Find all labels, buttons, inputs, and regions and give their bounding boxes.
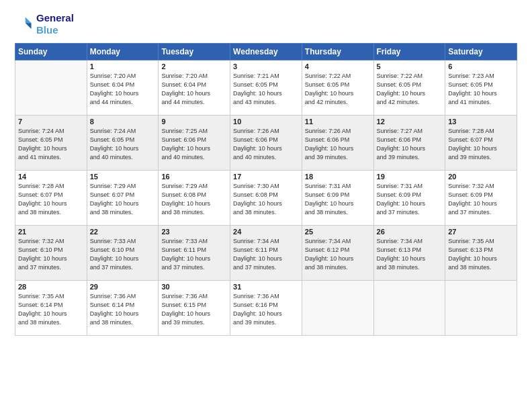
- day-number: 26: [377, 228, 443, 236]
- day-number: 8: [90, 118, 156, 126]
- day-cell: 27Sunrise: 7:35 AM Sunset: 6:13 PM Dayli…: [445, 226, 517, 281]
- day-detail: Sunrise: 7:23 AM Sunset: 6:05 PM Dayligh…: [448, 72, 514, 107]
- col-header-sunday: Sunday: [15, 44, 87, 60]
- day-detail: Sunrise: 7:36 AM Sunset: 6:15 PM Dayligh…: [161, 292, 227, 327]
- day-detail: Sunrise: 7:20 AM Sunset: 6:04 PM Dayligh…: [161, 72, 227, 107]
- logo-icon: [15, 15, 34, 34]
- day-number: 15: [90, 173, 156, 181]
- day-cell: 12Sunrise: 7:27 AM Sunset: 6:06 PM Dayli…: [373, 116, 445, 171]
- day-detail: Sunrise: 7:29 AM Sunset: 6:07 PM Dayligh…: [90, 182, 156, 217]
- day-number: 28: [18, 283, 84, 291]
- day-cell: 19Sunrise: 7:31 AM Sunset: 6:09 PM Dayli…: [373, 171, 445, 226]
- day-number: 5: [377, 62, 443, 71]
- day-cell: 9Sunrise: 7:25 AM Sunset: 6:06 PM Daylig…: [159, 116, 230, 171]
- day-cell: [373, 281, 445, 336]
- day-number: 1: [90, 62, 156, 71]
- day-number: 22: [90, 228, 156, 236]
- day-cell: 3Sunrise: 7:21 AM Sunset: 6:05 PM Daylig…: [230, 60, 302, 116]
- day-cell: 22Sunrise: 7:33 AM Sunset: 6:10 PM Dayli…: [87, 226, 159, 281]
- day-detail: Sunrise: 7:31 AM Sunset: 6:09 PM Dayligh…: [377, 182, 443, 217]
- day-number: 23: [161, 228, 227, 236]
- day-detail: Sunrise: 7:36 AM Sunset: 6:14 PM Dayligh…: [90, 292, 156, 327]
- day-number: 20: [448, 173, 514, 181]
- day-number: 13: [448, 118, 514, 126]
- day-cell: 7Sunrise: 7:24 AM Sunset: 6:05 PM Daylig…: [15, 116, 87, 171]
- day-number: 27: [448, 228, 514, 236]
- day-detail: Sunrise: 7:32 AM Sunset: 6:10 PM Dayligh…: [18, 237, 84, 272]
- day-number: 2: [161, 62, 227, 71]
- day-number: 12: [377, 118, 443, 126]
- day-detail: Sunrise: 7:34 AM Sunset: 6:11 PM Dayligh…: [233, 237, 299, 272]
- day-cell: 30Sunrise: 7:36 AM Sunset: 6:15 PM Dayli…: [159, 281, 230, 336]
- day-detail: Sunrise: 7:26 AM Sunset: 6:06 PM Dayligh…: [233, 127, 299, 162]
- day-number: 31: [233, 283, 299, 291]
- col-header-saturday: Saturday: [445, 44, 517, 60]
- col-header-friday: Friday: [373, 44, 445, 60]
- day-number: 24: [233, 228, 299, 236]
- day-number: 11: [305, 118, 371, 126]
- day-detail: Sunrise: 7:24 AM Sunset: 6:05 PM Dayligh…: [90, 127, 156, 162]
- day-detail: Sunrise: 7:29 AM Sunset: 6:08 PM Dayligh…: [161, 182, 227, 217]
- day-detail: Sunrise: 7:32 AM Sunset: 6:09 PM Dayligh…: [448, 182, 514, 217]
- day-number: 9: [161, 118, 227, 126]
- day-cell: 11Sunrise: 7:26 AM Sunset: 6:06 PM Dayli…: [302, 116, 373, 171]
- day-detail: Sunrise: 7:21 AM Sunset: 6:05 PM Dayligh…: [233, 72, 299, 107]
- week-row-3: 14Sunrise: 7:28 AM Sunset: 6:07 PM Dayli…: [15, 171, 517, 226]
- logo-text: General Blue: [36, 12, 74, 36]
- day-cell: 21Sunrise: 7:32 AM Sunset: 6:10 PM Dayli…: [15, 226, 87, 281]
- header-row: SundayMondayTuesdayWednesdayThursdayFrid…: [15, 44, 517, 60]
- day-cell: 15Sunrise: 7:29 AM Sunset: 6:07 PM Dayli…: [87, 171, 159, 226]
- day-number: 16: [161, 173, 227, 181]
- day-cell: 25Sunrise: 7:34 AM Sunset: 6:12 PM Dayli…: [302, 226, 373, 281]
- day-number: 30: [161, 283, 227, 291]
- svg-marker-1: [26, 23, 32, 29]
- day-cell: 5Sunrise: 7:22 AM Sunset: 6:05 PM Daylig…: [373, 60, 445, 116]
- week-row-4: 21Sunrise: 7:32 AM Sunset: 6:10 PM Dayli…: [15, 226, 517, 281]
- day-number: 21: [18, 228, 84, 236]
- day-detail: Sunrise: 7:22 AM Sunset: 6:05 PM Dayligh…: [305, 72, 371, 107]
- day-cell: 28Sunrise: 7:35 AM Sunset: 6:14 PM Dayli…: [15, 281, 87, 336]
- logo: General Blue: [15, 12, 74, 36]
- day-cell: 17Sunrise: 7:30 AM Sunset: 6:08 PM Dayli…: [230, 171, 302, 226]
- col-header-wednesday: Wednesday: [230, 44, 302, 60]
- svg-marker-0: [26, 17, 32, 24]
- day-detail: Sunrise: 7:20 AM Sunset: 6:04 PM Dayligh…: [90, 72, 156, 107]
- day-cell: [445, 281, 517, 336]
- day-detail: Sunrise: 7:25 AM Sunset: 6:06 PM Dayligh…: [161, 127, 227, 162]
- day-detail: Sunrise: 7:28 AM Sunset: 6:07 PM Dayligh…: [18, 182, 84, 217]
- calendar-table: SundayMondayTuesdayWednesdayThursdayFrid…: [15, 43, 517, 336]
- day-number: 18: [305, 173, 371, 181]
- day-cell: 14Sunrise: 7:28 AM Sunset: 6:07 PM Dayli…: [15, 171, 87, 226]
- day-number: 25: [305, 228, 371, 236]
- day-cell: 2Sunrise: 7:20 AM Sunset: 6:04 PM Daylig…: [159, 60, 230, 116]
- day-cell: 20Sunrise: 7:32 AM Sunset: 6:09 PM Dayli…: [445, 171, 517, 226]
- header: General Blue: [15, 12, 517, 36]
- day-detail: Sunrise: 7:33 AM Sunset: 6:11 PM Dayligh…: [161, 237, 227, 272]
- day-detail: Sunrise: 7:34 AM Sunset: 6:12 PM Dayligh…: [305, 237, 371, 272]
- day-cell: 6Sunrise: 7:23 AM Sunset: 6:05 PM Daylig…: [445, 60, 517, 116]
- day-detail: Sunrise: 7:33 AM Sunset: 6:10 PM Dayligh…: [90, 237, 156, 272]
- day-detail: Sunrise: 7:22 AM Sunset: 6:05 PM Dayligh…: [377, 72, 443, 107]
- day-cell: 8Sunrise: 7:24 AM Sunset: 6:05 PM Daylig…: [87, 116, 159, 171]
- day-detail: Sunrise: 7:28 AM Sunset: 6:07 PM Dayligh…: [448, 127, 514, 162]
- day-cell: 18Sunrise: 7:31 AM Sunset: 6:09 PM Dayli…: [302, 171, 373, 226]
- day-cell: 24Sunrise: 7:34 AM Sunset: 6:11 PM Dayli…: [230, 226, 302, 281]
- day-cell: 10Sunrise: 7:26 AM Sunset: 6:06 PM Dayli…: [230, 116, 302, 171]
- day-detail: Sunrise: 7:35 AM Sunset: 6:14 PM Dayligh…: [18, 292, 84, 327]
- day-number: 19: [377, 173, 443, 181]
- day-cell: 23Sunrise: 7:33 AM Sunset: 6:11 PM Dayli…: [159, 226, 230, 281]
- day-detail: Sunrise: 7:31 AM Sunset: 6:09 PM Dayligh…: [305, 182, 371, 217]
- day-cell: 31Sunrise: 7:36 AM Sunset: 6:16 PM Dayli…: [230, 281, 302, 336]
- page: General Blue SundayMondayTuesdayWednesda…: [0, 0, 532, 411]
- day-number: 4: [305, 62, 371, 71]
- day-cell: [302, 281, 373, 336]
- day-cell: 13Sunrise: 7:28 AM Sunset: 6:07 PM Dayli…: [445, 116, 517, 171]
- day-cell: 1Sunrise: 7:20 AM Sunset: 6:04 PM Daylig…: [87, 60, 159, 116]
- week-row-1: 1Sunrise: 7:20 AM Sunset: 6:04 PM Daylig…: [15, 60, 517, 116]
- day-detail: Sunrise: 7:27 AM Sunset: 6:06 PM Dayligh…: [377, 127, 443, 162]
- col-header-monday: Monday: [87, 44, 159, 60]
- day-number: 17: [233, 173, 299, 181]
- col-header-tuesday: Tuesday: [159, 44, 230, 60]
- day-detail: Sunrise: 7:24 AM Sunset: 6:05 PM Dayligh…: [18, 127, 84, 162]
- week-row-5: 28Sunrise: 7:35 AM Sunset: 6:14 PM Dayli…: [15, 281, 517, 336]
